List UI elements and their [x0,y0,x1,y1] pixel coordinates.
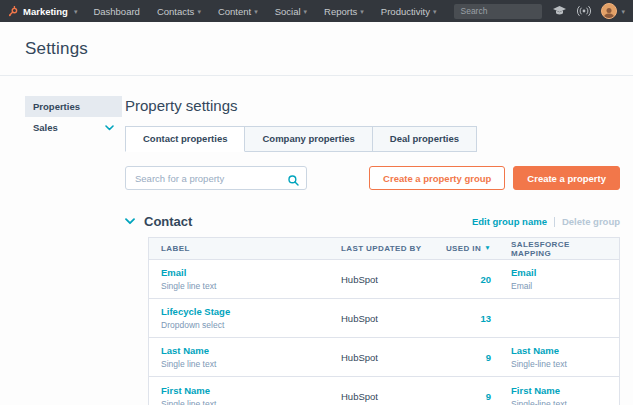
property-type: Single line text [161,281,341,291]
column-header-label[interactable]: LABEL [161,244,341,253]
property-tabs: Contact properties Company properties De… [125,126,620,152]
property-type: Single line text [161,399,341,405]
edit-group-name-link[interactable]: Edit group name [472,216,547,227]
nav-item-label: Reports [324,6,357,17]
nav-item-label: Social [275,6,301,17]
contact-group-header: Contact Edit group name Delete group [125,214,620,229]
nav-item-contacts[interactable]: Contacts ▾ [157,6,201,17]
create-property-group-button[interactable]: Create a property group [369,166,505,190]
chevron-down-icon: ▾ [197,8,201,15]
nav-item-label: Productivity [381,6,430,17]
page-header: Settings [0,22,633,76]
group-name: Contact [144,214,192,229]
create-property-button[interactable]: Create a property [513,166,620,190]
properties-table: LABEL LAST UPDATED BY USED IN▼ SALESFORC… [148,237,620,405]
property-name-link[interactable]: Last Name [161,345,341,356]
nav-item-label: Content [218,6,251,17]
salesforce-mapping-link[interactable]: First Name [511,385,607,396]
tab-contact-properties[interactable]: Contact properties [125,126,245,152]
last-updated-by: HubSpot [341,274,443,285]
academy-graduation-cap-icon[interactable] [553,6,566,16]
used-in-count-link[interactable]: 9 [443,352,491,363]
salesforce-mapping-link[interactable]: Last Name [511,345,607,356]
property-search-input[interactable] [125,166,307,190]
chevron-down-icon: ▾ [304,8,308,15]
nav-item-dashboard[interactable]: Dashboard [93,6,139,17]
last-updated-by: HubSpot [341,391,443,402]
nav-item-productivity[interactable]: Productivity ▾ [381,6,437,17]
table-header-row: LABEL LAST UPDATED BY USED IN▼ SALESFORC… [149,238,619,260]
used-in-count-link[interactable]: 20 [443,274,491,285]
notifications-broadcast-icon[interactable] [577,6,591,16]
page-title: Settings [25,39,88,59]
hubspot-sprocket-icon [8,6,19,17]
nav-item-content[interactable]: Content ▾ [218,6,258,17]
nav-item-reports[interactable]: Reports ▾ [324,6,364,17]
property-name-link[interactable]: First Name [161,385,341,396]
nav-item-label: Dashboard [93,6,139,17]
sidebar-item-label: Sales [33,122,58,133]
collapse-chevron-icon[interactable] [125,218,135,225]
salesforce-mapping-type: Single-line text [511,359,607,369]
salesforce-mapping-type: Email [511,281,607,291]
top-navigation: Marketing ▾ Dashboard Contacts ▾ Content… [0,0,633,22]
settings-sidebar: Properties Sales [25,96,122,405]
properties-toolbar: Create a property group Create a propert… [125,166,620,190]
user-avatar[interactable] [601,3,617,19]
sidebar-item-sales[interactable]: Sales [25,117,122,138]
tab-deal-properties[interactable]: Deal properties [373,126,477,152]
table-row: Lifecycle Stage Dropdown select HubSpot … [149,299,619,338]
tab-company-properties[interactable]: Company properties [245,126,372,152]
chevron-down-icon [105,125,114,131]
property-type: Dropdown select [161,320,341,330]
table-row: First Name Single line text HubSpot 9 Fi… [149,377,619,405]
nav-item-social[interactable]: Social ▾ [275,6,307,17]
chevron-down-icon: ▾ [360,8,364,15]
sidebar-item-properties[interactable]: Properties [25,96,122,117]
last-updated-by: HubSpot [341,352,443,363]
chevron-down-icon: ▾ [433,8,437,15]
link-separator [554,217,555,227]
chevron-down-icon: ▾ [74,8,78,15]
used-in-count-link[interactable]: 13 [443,313,491,324]
property-name-link[interactable]: Email [161,267,341,278]
column-header-last-updated-by[interactable]: LAST UPDATED BY [341,244,443,253]
sort-desc-icon: ▼ [484,244,491,251]
tab-label: Deal properties [390,133,459,144]
column-header-text: USED IN [446,244,481,253]
column-header-used-in[interactable]: USED IN▼ [443,244,491,253]
search-icon[interactable] [288,172,299,190]
global-search-input[interactable] [454,4,542,19]
nav-item-label: Contacts [157,6,195,17]
used-in-count-link[interactable]: 9 [443,391,491,402]
table-row: Email Single line text HubSpot 20 Email … [149,260,619,299]
property-type: Single line text [161,359,341,369]
chevron-down-icon[interactable]: ▾ [621,8,625,15]
salesforce-mapping-link[interactable]: Email [511,267,607,278]
column-header-salesforce-mapping[interactable]: SALESFORCE MAPPING [491,240,607,258]
tab-label: Company properties [262,133,354,144]
tab-label: Contact properties [143,133,227,144]
brand-menu[interactable]: Marketing ▾ [8,6,77,17]
last-updated-by: HubSpot [341,313,443,324]
sidebar-item-label: Properties [33,101,80,112]
section-title: Property settings [125,97,620,114]
property-name-link[interactable]: Lifecycle Stage [161,306,341,317]
delete-group-link[interactable]: Delete group [562,216,620,227]
brand-label: Marketing [23,6,68,17]
chevron-down-icon: ▾ [254,8,258,15]
table-row: Last Name Single line text HubSpot 9 Las… [149,338,619,377]
salesforce-mapping-type: Single-line text [511,399,607,405]
